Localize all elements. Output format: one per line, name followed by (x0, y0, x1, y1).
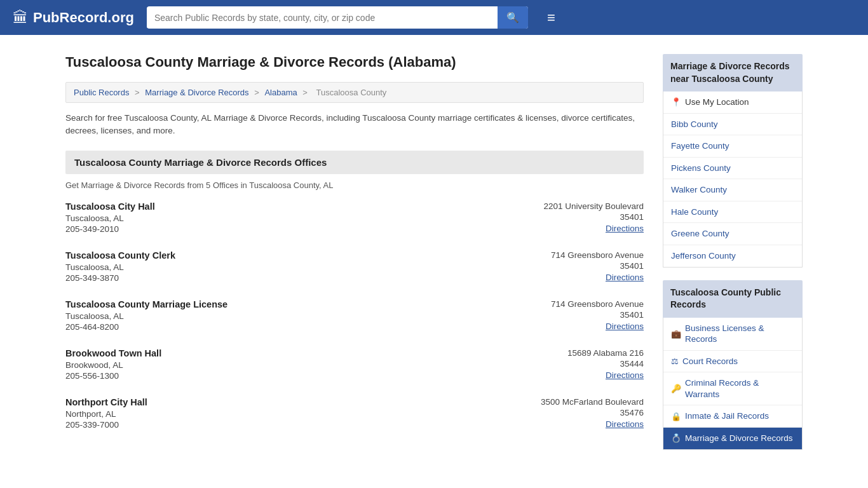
office-addr2: 35444 (555, 359, 644, 369)
office-name: Northport City Hall (65, 397, 147, 407)
ring-icon: 💍 (671, 433, 681, 443)
sidebar-public-records-title: Tuscaloosa County Public Records (663, 280, 803, 318)
office-addr1: 2201 University Boulevard (543, 201, 644, 211)
office-city-state: Brookwood, AL (65, 360, 161, 370)
breadcrumb-sep-3: > (302, 88, 309, 97)
office-entry: Northport City Hall Northport, AL 205-33… (65, 397, 644, 432)
fayette-county-label: Fayette County (671, 140, 729, 152)
office-city-state: Tuscaloosa, AL (65, 311, 227, 321)
office-addr1: 3500 McFarland Boulevard (541, 397, 644, 407)
inmate-records-label: Inmate & Jail Records (685, 410, 769, 422)
office-directions: 714 Greensboro Avenue 35401 Directions (551, 250, 644, 282)
office-directions: 3500 McFarland Boulevard 35476 Direction… (541, 397, 644, 429)
search-button[interactable]: 🔍 (498, 6, 528, 29)
sidebar-item-inmate-records[interactable]: 🔒 Inmate & Jail Records (663, 405, 802, 428)
directions-link[interactable]: Directions (606, 370, 644, 380)
sidebar-nearby-title: Marriage & Divorce Records near Tuscaloo… (663, 54, 803, 92)
breadcrumb: Public Records > Marriage & Divorce Reco… (65, 82, 644, 103)
court-records-label: Court Records (682, 356, 738, 367)
directions-link[interactable]: Directions (606, 419, 644, 429)
sidebar-nearby-list: 📍 Use My Location Bibb County Fayette Co… (663, 92, 803, 267)
sidebar-public-records-list: 💼 Business Licenses & Records ⚖ Court Re… (663, 318, 803, 450)
sidebar-public-records-section: Tuscaloosa County Public Records 💼 Busin… (663, 280, 803, 450)
office-addr2: 35476 (541, 408, 644, 417)
office-phone: 205-349-3870 (65, 273, 175, 283)
content-area: Tuscaloosa County Marriage & Divorce Rec… (65, 54, 644, 463)
search-bar: 🔍 (147, 6, 528, 29)
breadcrumb-sep-2: > (254, 88, 261, 97)
sidebar-item-marriage-divorce[interactable]: 💍 Marriage & Divorce Records (663, 428, 802, 449)
office-directions: 15689 Alabama 216 35444 Directions (555, 348, 644, 380)
sidebar-item-use-my-location[interactable]: 📍 Use My Location (663, 92, 802, 114)
site-header: 🏛 PubRecord.org 🔍 ≡ (0, 0, 868, 35)
page-title: Tuscaloosa County Marriage & Divorce Rec… (65, 54, 644, 71)
office-phone: 205-339-7000 (65, 420, 147, 430)
office-city-state: Northport, AL (65, 409, 147, 419)
sidebar-item-criminal-records[interactable]: 🔑 Criminal Records & Warrants (663, 372, 802, 405)
office-info: Tuscaloosa County Clerk Tuscaloosa, AL 2… (65, 250, 175, 283)
office-info: Northport City Hall Northport, AL 205-33… (65, 397, 147, 430)
office-addr1: 714 Greensboro Avenue (551, 250, 644, 260)
office-directions: 2201 University Boulevard 35401 Directio… (543, 201, 644, 233)
key-icon: 🔑 (671, 384, 681, 393)
office-entry: Tuscaloosa City Hall Tuscaloosa, AL 205-… (65, 201, 644, 236)
breadcrumb-sep-1: > (135, 88, 142, 97)
scales-icon: ⚖ (671, 356, 679, 366)
pickens-county-label: Pickens County (671, 163, 731, 174)
office-addr1: 15689 Alabama 216 (555, 348, 644, 358)
sidebar-item-business-licenses[interactable]: 💼 Business Licenses & Records (663, 318, 802, 351)
breadcrumb-current: Tuscaloosa County (316, 88, 387, 97)
location-pin-icon: 📍 (671, 97, 681, 107)
hale-county-label: Hale County (671, 207, 718, 218)
directions-link[interactable]: Directions (606, 322, 644, 331)
office-name: Tuscaloosa County Marriage License (65, 299, 227, 309)
use-my-location-label: Use My Location (685, 97, 749, 108)
criminal-records-label: Criminal Records & Warrants (685, 377, 794, 400)
sidebar-item-walker-county[interactable]: Walker County (663, 179, 802, 201)
menu-icon[interactable]: ≡ (547, 10, 555, 26)
office-directions: 714 Greensboro Avenue 35401 Directions (551, 299, 644, 331)
sidebar-item-court-records[interactable]: ⚖ Court Records (663, 351, 802, 373)
office-name: Brookwood Town Hall (65, 348, 161, 358)
office-info: Tuscaloosa County Marriage License Tusca… (65, 299, 227, 332)
directions-link[interactable]: Directions (606, 224, 644, 233)
office-entry: Brookwood Town Hall Brookwood, AL 205-55… (65, 348, 644, 383)
walker-county-label: Walker County (671, 184, 727, 196)
greene-county-label: Greene County (671, 228, 729, 240)
bibb-county-label: Bibb County (671, 119, 718, 130)
business-licenses-label: Business Licenses & Records (685, 323, 794, 345)
office-name: Tuscaloosa County Clerk (65, 250, 175, 261)
offices-subtext: Get Marriage & Divorce Records from 5 Of… (65, 180, 644, 190)
logo[interactable]: 🏛 PubRecord.org (13, 9, 134, 27)
office-entry: Tuscaloosa County Marriage License Tusca… (65, 299, 644, 334)
office-phone: 205-556-1300 (65, 371, 161, 381)
logo-text: PubRecord.org (33, 10, 134, 26)
breadcrumb-link-public-records[interactable]: Public Records (74, 88, 129, 97)
office-phone: 205-464-8200 (65, 322, 227, 332)
briefcase-icon: 💼 (671, 329, 681, 339)
office-addr1: 714 Greensboro Avenue (551, 299, 644, 309)
office-addr2: 35401 (551, 261, 644, 271)
breadcrumb-link-alabama[interactable]: Alabama (264, 88, 297, 97)
sidebar-item-fayette-county[interactable]: Fayette County (663, 135, 802, 158)
main-container: Tuscaloosa County Marriage & Divorce Rec… (53, 35, 815, 475)
sidebar-item-jefferson-county[interactable]: Jefferson County (663, 245, 802, 267)
office-phone: 205-349-2010 (65, 224, 155, 234)
directions-link[interactable]: Directions (606, 273, 644, 282)
office-entry: Tuscaloosa County Clerk Tuscaloosa, AL 2… (65, 250, 644, 285)
office-info: Tuscaloosa City Hall Tuscaloosa, AL 205-… (65, 201, 155, 234)
sidebar-item-hale-county[interactable]: Hale County (663, 201, 802, 224)
search-input[interactable] (147, 8, 498, 28)
office-addr2: 35401 (543, 212, 644, 222)
sidebar-item-pickens-county[interactable]: Pickens County (663, 158, 802, 180)
office-name: Tuscaloosa City Hall (65, 201, 155, 212)
breadcrumb-link-marriage[interactable]: Marriage & Divorce Records (145, 88, 248, 97)
office-addr2: 35401 (551, 310, 644, 320)
search-icon: 🔍 (506, 12, 519, 23)
sidebar: Marriage & Divorce Records near Tuscaloo… (663, 54, 803, 463)
page-description: Search for free Tuscaloosa County, AL Ma… (65, 112, 644, 138)
jefferson-county-label: Jefferson County (671, 250, 736, 262)
sidebar-item-bibb-county[interactable]: Bibb County (663, 114, 802, 136)
office-city-state: Tuscaloosa, AL (65, 214, 155, 223)
sidebar-item-greene-county[interactable]: Greene County (663, 223, 802, 245)
